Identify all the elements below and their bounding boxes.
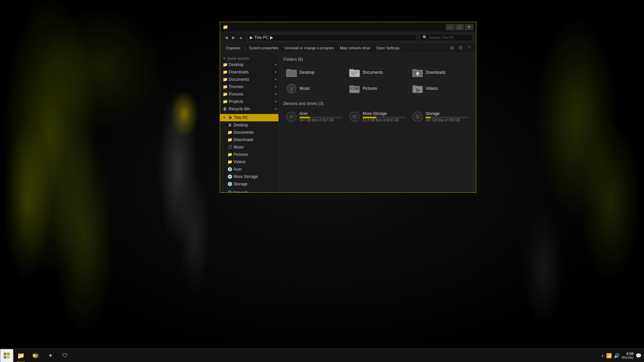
view-large-button[interactable]: ⊞ bbox=[448, 44, 456, 52]
folder-item-downloads[interactable]: Downloads bbox=[410, 65, 471, 80]
sidebar-item-label: Themes bbox=[229, 84, 276, 89]
maximize-button[interactable]: □ bbox=[455, 24, 464, 30]
svg-rect-40 bbox=[7, 356, 10, 359]
folders-header: Folders (6) bbox=[283, 57, 471, 62]
window-icon: 📁 bbox=[223, 24, 228, 29]
svg-point-33 bbox=[354, 116, 355, 117]
network-icon[interactable]: 📶 bbox=[606, 353, 612, 358]
sidebar-item-desktop2[interactable]: 🖥 Desktop bbox=[220, 121, 278, 129]
forward-button[interactable]: ▶ bbox=[230, 34, 237, 41]
taskbar-explorer-button[interactable]: 📁 bbox=[13, 349, 28, 362]
folder-icon bbox=[349, 67, 360, 78]
shield-icon: 🛡 bbox=[62, 353, 68, 359]
drive-name: Acer bbox=[300, 111, 342, 116]
sidebar-item-downloads[interactable]: 📁 Downloads bbox=[220, 68, 278, 76]
map-network-button[interactable]: Map network drive bbox=[337, 44, 373, 52]
network-icon: 🌐 bbox=[227, 190, 232, 192]
search-icon: 🔍 bbox=[423, 35, 427, 40]
svg-rect-3 bbox=[287, 70, 296, 76]
explorer-icon: 📁 bbox=[17, 352, 24, 359]
date-display: Monday bbox=[622, 356, 634, 359]
taskbar-shield-button[interactable]: 🛡 bbox=[58, 349, 72, 362]
sidebar-item-projects[interactable]: 📁 Projects bbox=[220, 98, 278, 105]
content-area: ▼ Quick access 📁 Desktop 📁 Downloads 📁 D… bbox=[220, 53, 476, 192]
open-settings-button[interactable]: Open Settings bbox=[374, 44, 402, 52]
svg-rect-39 bbox=[4, 356, 6, 359]
drive-icon bbox=[349, 111, 360, 122]
sidebar-item-documents[interactable]: 📁 Documents bbox=[220, 76, 278, 83]
minimize-button[interactable]: – bbox=[446, 24, 454, 30]
folder-item-pictures[interactable]: Pictures bbox=[346, 81, 408, 96]
network-section: ▶ 🌐 Network 🖥 ACER bbox=[220, 188, 278, 192]
folder-item-desktop[interactable]: Desktop bbox=[283, 65, 345, 80]
toolbar-sep1 bbox=[245, 45, 245, 51]
folder-icon: 📁 bbox=[223, 77, 227, 82]
sidebar-item-more-storage[interactable]: 💿 More Storage bbox=[220, 173, 278, 180]
sidebar-item-downloads2[interactable]: 📁 Downloads bbox=[220, 136, 278, 143]
expand-arrow: ▼ bbox=[223, 116, 226, 119]
up-arrow-icon[interactable]: ▲ bbox=[601, 354, 604, 357]
quick-access-arrow: ▼ bbox=[223, 57, 226, 60]
drive-item-storage[interactable]: Storage 347 GB free of 393 GB bbox=[410, 109, 471, 124]
sidebar-item-pictures[interactable]: 📁 Pictures bbox=[220, 90, 278, 98]
taskbar-games-button[interactable]: ✦ bbox=[43, 349, 58, 362]
folder-icon: 📁 bbox=[223, 84, 227, 89]
back-button[interactable]: ◀ bbox=[223, 34, 229, 41]
pin-dot bbox=[275, 71, 276, 73]
taskbar-chrome-button[interactable] bbox=[28, 349, 43, 362]
sidebar-item-network[interactable]: ▶ 🌐 Network bbox=[220, 189, 278, 192]
sidebar-item-desktop[interactable]: 📁 Desktop bbox=[220, 61, 278, 68]
notification-icon[interactable]: 💬 bbox=[636, 353, 641, 358]
address-path[interactable]: ▶ This PC ▶ bbox=[247, 34, 417, 41]
svg-rect-22 bbox=[355, 87, 359, 90]
drive-icon: 💿 bbox=[227, 182, 232, 186]
volume-icon[interactable]: 🔊 bbox=[614, 353, 620, 358]
help-button[interactable]: ? bbox=[465, 44, 473, 52]
sidebar-item-label: Acer bbox=[233, 167, 276, 172]
taskbar-icons: 📁 ✦ 🛡 bbox=[13, 349, 72, 362]
quick-access-header: ▼ Quick access bbox=[220, 55, 278, 61]
sidebar-item-this-pc[interactable]: ▼ 🖥 This PC bbox=[220, 114, 278, 121]
folder-icon bbox=[412, 67, 423, 78]
sidebar-item-label: Projects bbox=[229, 99, 276, 104]
sidebar-item-acer[interactable]: 💿 Acer bbox=[220, 166, 278, 173]
organize-button[interactable]: Organize bbox=[223, 44, 243, 52]
svg-rect-37 bbox=[4, 353, 6, 355]
folder-icon bbox=[412, 83, 423, 94]
sidebar-item-videos[interactable]: 📁 Videos bbox=[220, 158, 278, 166]
drive-item-acer[interactable]: Acer 347 GB free of 457 GB bbox=[283, 109, 345, 124]
view-detail-button[interactable]: ☰ bbox=[457, 44, 465, 52]
sidebar-item-label: Recycle Bin bbox=[229, 107, 276, 111]
uninstall-button[interactable]: Uninstall or change a program bbox=[282, 44, 336, 52]
sidebar-item-pictures2[interactable]: 📁 Pictures bbox=[220, 151, 278, 158]
up-button[interactable]: ▲ bbox=[237, 34, 244, 41]
sidebar-item-label: Documents bbox=[233, 130, 276, 135]
item-label: Downloads bbox=[426, 70, 445, 75]
systray: ▲ 📶 🔊 4:59 Monday 💬 bbox=[601, 352, 644, 359]
pin-dot bbox=[275, 79, 276, 80]
sidebar-item-documents2[interactable]: 📁 Documents bbox=[220, 129, 278, 136]
toolbar: Organize System properties Uninstall or … bbox=[220, 43, 476, 53]
drive-info: More Storage 33.3 GB free of 48.8 GB bbox=[363, 111, 406, 122]
drive-name: Storage bbox=[426, 111, 469, 116]
sidebar-item-label: Videos bbox=[233, 160, 276, 164]
toolbar-right: ⊞ ☰ ? bbox=[448, 44, 473, 52]
chrome-icon bbox=[33, 353, 39, 359]
sidebar-item-music[interactable]: 🎵 Music bbox=[220, 143, 278, 151]
drive-item-more-storage[interactable]: More Storage 33.3 GB free of 48.8 GB bbox=[346, 109, 408, 124]
quick-access-section: ▼ Quick access 📁 Desktop 📁 Downloads 📁 D… bbox=[220, 54, 278, 113]
folder-item-music[interactable]: ♪ Music bbox=[283, 81, 345, 96]
system-properties-button[interactable]: System properties bbox=[246, 44, 281, 52]
folder-item-documents[interactable]: Documents bbox=[346, 65, 408, 80]
folder-item-videos[interactable]: Videos bbox=[410, 81, 471, 96]
systray-time[interactable]: 4:59 Monday bbox=[622, 352, 634, 359]
sidebar-item-storage[interactable]: 💿 Storage bbox=[220, 180, 278, 188]
search-box[interactable]: 🔍 Search This PC bbox=[420, 34, 473, 41]
sidebar-item-themes[interactable]: 📁 Themes bbox=[220, 83, 278, 90]
start-button[interactable] bbox=[0, 349, 13, 362]
svg-text:♪: ♪ bbox=[290, 86, 293, 92]
close-button[interactable]: ✕ bbox=[465, 24, 473, 30]
sidebar-item-recycle-bin[interactable]: 🗑 Recycle Bin bbox=[220, 105, 278, 113]
drive-name: More Storage bbox=[363, 111, 406, 116]
pin-dot bbox=[275, 64, 276, 65]
